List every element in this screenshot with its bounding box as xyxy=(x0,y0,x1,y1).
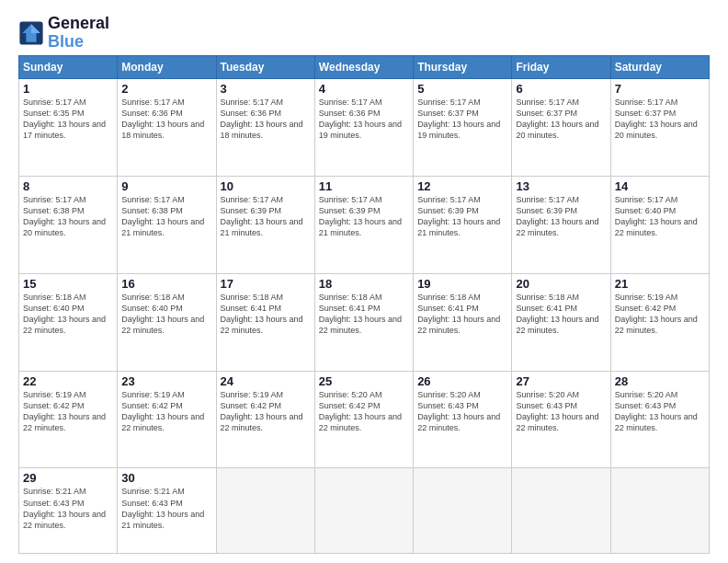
day-info: Sunrise: 5:21 AM Sunset: 6:43 PM Dayligh… xyxy=(121,486,211,531)
day-info: Sunrise: 5:18 AM Sunset: 6:40 PM Dayligh… xyxy=(23,292,113,337)
day-info: Sunrise: 5:17 AM Sunset: 6:36 PM Dayligh… xyxy=(221,97,311,142)
calendar-day-cell: 30Sunrise: 5:21 AM Sunset: 6:43 PM Dayli… xyxy=(118,468,216,554)
day-info: Sunrise: 5:19 AM Sunset: 6:42 PM Dayligh… xyxy=(23,389,113,434)
day-info: Sunrise: 5:17 AM Sunset: 6:39 PM Dayligh… xyxy=(221,194,311,239)
day-info: Sunrise: 5:18 AM Sunset: 6:41 PM Dayligh… xyxy=(516,292,606,337)
day-number: 2 xyxy=(121,82,211,96)
weekday-header: Friday xyxy=(512,55,610,78)
day-number: 24 xyxy=(221,374,311,388)
calendar-day-cell: 26Sunrise: 5:20 AM Sunset: 6:43 PM Dayli… xyxy=(414,371,512,468)
calendar-day-cell: 1Sunrise: 5:17 AM Sunset: 6:35 PM Daylig… xyxy=(19,78,118,176)
calendar-day-cell: 21Sunrise: 5:19 AM Sunset: 6:42 PM Dayli… xyxy=(610,273,709,371)
day-info: Sunrise: 5:20 AM Sunset: 6:42 PM Dayligh… xyxy=(319,389,409,434)
calendar-day-cell: 9Sunrise: 5:17 AM Sunset: 6:38 PM Daylig… xyxy=(118,176,216,273)
calendar-day-cell: 24Sunrise: 5:19 AM Sunset: 6:42 PM Dayli… xyxy=(216,371,314,468)
calendar-day-cell: 23Sunrise: 5:19 AM Sunset: 6:42 PM Dayli… xyxy=(118,371,216,468)
calendar-day-cell: 3Sunrise: 5:17 AM Sunset: 6:36 PM Daylig… xyxy=(216,78,314,176)
calendar-day-cell: 18Sunrise: 5:18 AM Sunset: 6:41 PM Dayli… xyxy=(314,273,413,371)
day-number: 6 xyxy=(516,82,606,96)
day-number: 18 xyxy=(319,277,409,291)
day-number: 12 xyxy=(417,179,507,193)
day-info: Sunrise: 5:17 AM Sunset: 6:36 PM Dayligh… xyxy=(319,97,409,142)
calendar-week-row: 1Sunrise: 5:17 AM Sunset: 6:35 PM Daylig… xyxy=(19,78,710,176)
weekday-header: Tuesday xyxy=(216,55,314,78)
day-number: 17 xyxy=(221,277,311,291)
calendar-day-cell: 5Sunrise: 5:17 AM Sunset: 6:37 PM Daylig… xyxy=(414,78,512,176)
calendar-day-cell: 22Sunrise: 5:19 AM Sunset: 6:42 PM Dayli… xyxy=(19,371,118,468)
calendar-week-row: 15Sunrise: 5:18 AM Sunset: 6:40 PM Dayli… xyxy=(19,273,710,371)
calendar-table: SundayMondayTuesdayWednesdayThursdayFrid… xyxy=(18,55,710,554)
calendar-day-cell: 10Sunrise: 5:17 AM Sunset: 6:39 PM Dayli… xyxy=(216,176,314,273)
calendar-day-cell xyxy=(216,468,314,554)
calendar-day-cell: 4Sunrise: 5:17 AM Sunset: 6:36 PM Daylig… xyxy=(314,78,413,176)
calendar-header-row: SundayMondayTuesdayWednesdayThursdayFrid… xyxy=(19,55,710,78)
calendar-day-cell: 25Sunrise: 5:20 AM Sunset: 6:42 PM Dayli… xyxy=(314,371,413,468)
calendar-week-row: 22Sunrise: 5:19 AM Sunset: 6:42 PM Dayli… xyxy=(19,371,710,468)
calendar-day-cell: 15Sunrise: 5:18 AM Sunset: 6:40 PM Dayli… xyxy=(19,273,118,371)
calendar-day-cell: 14Sunrise: 5:17 AM Sunset: 6:40 PM Dayli… xyxy=(610,176,709,273)
day-number: 21 xyxy=(615,277,705,291)
day-info: Sunrise: 5:17 AM Sunset: 6:38 PM Dayligh… xyxy=(23,194,113,239)
day-info: Sunrise: 5:20 AM Sunset: 6:43 PM Dayligh… xyxy=(615,389,705,434)
day-number: 14 xyxy=(615,179,705,193)
calendar-week-row: 8Sunrise: 5:17 AM Sunset: 6:38 PM Daylig… xyxy=(19,176,710,273)
calendar-day-cell: 7Sunrise: 5:17 AM Sunset: 6:37 PM Daylig… xyxy=(610,78,709,176)
day-info: Sunrise: 5:17 AM Sunset: 6:37 PM Dayligh… xyxy=(417,97,507,142)
calendar-day-cell: 17Sunrise: 5:18 AM Sunset: 6:41 PM Dayli… xyxy=(216,273,314,371)
day-number: 28 xyxy=(615,374,705,388)
logo: General Blue xyxy=(18,15,109,52)
calendar-day-cell: 27Sunrise: 5:20 AM Sunset: 6:43 PM Dayli… xyxy=(512,371,610,468)
day-number: 8 xyxy=(23,179,113,193)
calendar-day-cell: 19Sunrise: 5:18 AM Sunset: 6:41 PM Dayli… xyxy=(414,273,512,371)
weekday-header: Monday xyxy=(118,55,216,78)
calendar-day-cell xyxy=(610,468,709,554)
calendar-day-cell xyxy=(314,468,413,554)
day-number: 5 xyxy=(417,82,507,96)
calendar-day-cell: 12Sunrise: 5:17 AM Sunset: 6:39 PM Dayli… xyxy=(414,176,512,273)
weekday-header: Wednesday xyxy=(314,55,413,78)
day-info: Sunrise: 5:17 AM Sunset: 6:37 PM Dayligh… xyxy=(615,97,705,142)
day-info: Sunrise: 5:18 AM Sunset: 6:40 PM Dayligh… xyxy=(121,292,211,337)
day-number: 19 xyxy=(417,277,507,291)
day-info: Sunrise: 5:20 AM Sunset: 6:43 PM Dayligh… xyxy=(516,389,606,434)
day-info: Sunrise: 5:18 AM Sunset: 6:41 PM Dayligh… xyxy=(319,292,409,337)
day-number: 11 xyxy=(319,179,409,193)
day-info: Sunrise: 5:18 AM Sunset: 6:41 PM Dayligh… xyxy=(221,292,311,337)
day-number: 26 xyxy=(417,374,507,388)
day-number: 30 xyxy=(121,471,211,485)
calendar-day-cell xyxy=(414,468,512,554)
logo-text: General Blue xyxy=(48,15,109,52)
calendar-week-row: 29Sunrise: 5:21 AM Sunset: 6:43 PM Dayli… xyxy=(19,468,710,554)
calendar-day-cell: 13Sunrise: 5:17 AM Sunset: 6:39 PM Dayli… xyxy=(512,176,610,273)
day-number: 27 xyxy=(516,374,606,388)
calendar-day-cell: 29Sunrise: 5:21 AM Sunset: 6:43 PM Dayli… xyxy=(19,468,118,554)
day-info: Sunrise: 5:17 AM Sunset: 6:39 PM Dayligh… xyxy=(417,194,507,239)
calendar-day-cell: 2Sunrise: 5:17 AM Sunset: 6:36 PM Daylig… xyxy=(118,78,216,176)
day-number: 13 xyxy=(516,179,606,193)
day-info: Sunrise: 5:17 AM Sunset: 6:37 PM Dayligh… xyxy=(516,97,606,142)
calendar-day-cell: 6Sunrise: 5:17 AM Sunset: 6:37 PM Daylig… xyxy=(512,78,610,176)
day-number: 23 xyxy=(121,374,211,388)
weekday-header: Sunday xyxy=(19,55,118,78)
day-number: 16 xyxy=(121,277,211,291)
calendar-day-cell: 8Sunrise: 5:17 AM Sunset: 6:38 PM Daylig… xyxy=(19,176,118,273)
day-info: Sunrise: 5:21 AM Sunset: 6:43 PM Dayligh… xyxy=(23,486,113,531)
day-number: 20 xyxy=(516,277,606,291)
weekday-header: Thursday xyxy=(414,55,512,78)
calendar-day-cell: 16Sunrise: 5:18 AM Sunset: 6:40 PM Dayli… xyxy=(118,273,216,371)
day-info: Sunrise: 5:17 AM Sunset: 6:35 PM Dayligh… xyxy=(23,97,113,142)
day-number: 7 xyxy=(615,82,705,96)
day-info: Sunrise: 5:17 AM Sunset: 6:40 PM Dayligh… xyxy=(615,194,705,239)
calendar-day-cell: 11Sunrise: 5:17 AM Sunset: 6:39 PM Dayli… xyxy=(314,176,413,273)
day-info: Sunrise: 5:20 AM Sunset: 6:43 PM Dayligh… xyxy=(417,389,507,434)
page: General Blue SundayMondayTuesdayWednesda… xyxy=(0,0,728,563)
day-number: 3 xyxy=(221,82,311,96)
day-number: 10 xyxy=(221,179,311,193)
day-info: Sunrise: 5:18 AM Sunset: 6:41 PM Dayligh… xyxy=(417,292,507,337)
header: General Blue xyxy=(18,15,710,52)
day-number: 15 xyxy=(23,277,113,291)
calendar-day-cell xyxy=(512,468,610,554)
calendar-day-cell: 20Sunrise: 5:18 AM Sunset: 6:41 PM Dayli… xyxy=(512,273,610,371)
day-info: Sunrise: 5:17 AM Sunset: 6:39 PM Dayligh… xyxy=(516,194,606,239)
day-number: 29 xyxy=(23,471,113,485)
